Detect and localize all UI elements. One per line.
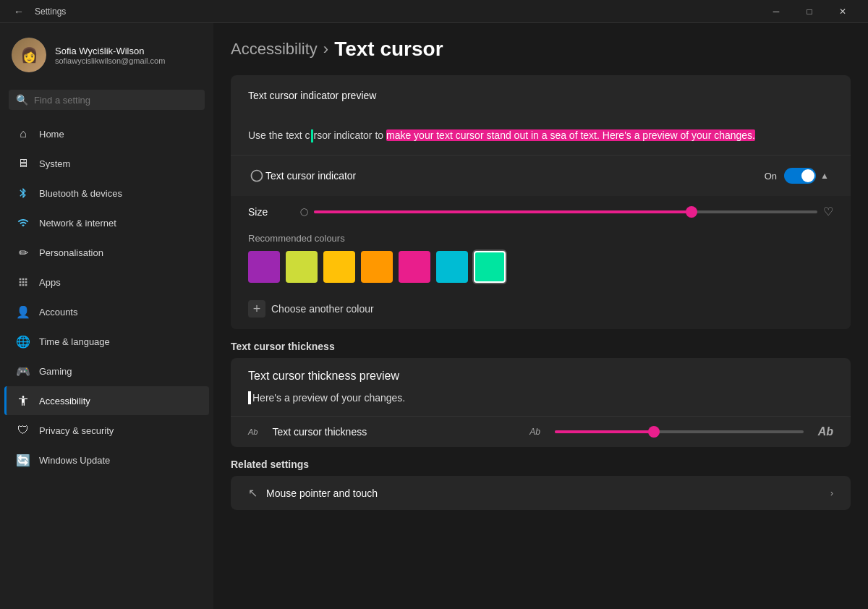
search-input[interactable]: [34, 95, 197, 106]
size-slider-fill: [314, 210, 692, 213]
sidebar-item-personalisation[interactable]: ✏ Personalisation: [4, 238, 209, 267]
accounts-icon: 👤: [16, 304, 30, 319]
slider-wrapper: ◯ ♡: [300, 205, 833, 218]
thickness-track-label-sm: Ab: [529, 427, 540, 437]
personalisation-icon: ✏: [16, 245, 30, 260]
breadcrumb-separator: ›: [323, 40, 328, 59]
related-item-mouse[interactable]: ↖ Mouse pointer and touch ›: [231, 476, 851, 510]
back-button[interactable]: ←: [9, 1, 29, 22]
app-container: 👩 Sofia Wyciślik-Wilson sofiawycislikwil…: [0, 23, 868, 609]
thickness-slider-row: Ab Text cursor thickness Ab Ab: [231, 416, 851, 447]
thickness-small-icon: Ab: [248, 427, 258, 436]
breadcrumb-parent: Accessibility: [231, 40, 318, 59]
toggle-container: On: [765, 168, 816, 184]
sidebar: 👩 Sofia Wyciślik-Wilson sofiawycislikwil…: [0, 23, 213, 609]
preview-text-highlighted: make your text cursor stand out in a sea…: [386, 129, 755, 141]
color-swatch-yellow[interactable]: [323, 251, 355, 283]
sidebar-item-label-accounts: Accounts: [39, 307, 77, 318]
thickness-preview-title: Text cursor thickness preview: [248, 370, 833, 383]
indicator-preview-card: Text cursor indicator preview Use the te…: [231, 75, 851, 329]
choose-color-plus-icon: +: [248, 300, 265, 318]
sidebar-item-label-privacy: Privacy & security: [39, 425, 114, 436]
sidebar-item-system[interactable]: 🖥 System: [4, 149, 209, 178]
thick-cursor: [248, 391, 251, 404]
thickness-preview-text-content: Here's a preview of your changes.: [252, 392, 405, 404]
bluetooth-icon: [16, 186, 30, 200]
related-item-label-mouse: Mouse pointer and touch: [266, 487, 830, 499]
card-section-title: Text cursor indicator preview: [231, 75, 851, 116]
nav-list: ⌂ Home 🖥 System Bluetooth & devices Netw…: [0, 119, 213, 475]
avatar: 👩: [12, 38, 46, 72]
user-info: Sofia Wyciślik-Wilson sofiawycislikwilso…: [55, 46, 165, 65]
time-icon: 🌐: [16, 334, 30, 349]
choose-color-label: Choose another colour: [271, 303, 374, 315]
sidebar-item-time[interactable]: 🌐 Time & language: [4, 327, 209, 356]
sidebar-item-gaming[interactable]: 🎮 Gaming: [4, 357, 209, 386]
preview-cursor: [311, 129, 313, 142]
gaming-icon: 🎮: [16, 364, 30, 378]
sidebar-item-label-time: Time & language: [39, 336, 110, 347]
privacy-icon: 🛡: [16, 423, 30, 438]
thickness-preview-text: Here's a preview of your changes.: [248, 391, 833, 404]
maximize-button[interactable]: □: [793, 0, 826, 23]
sidebar-item-label-system: System: [39, 158, 70, 169]
search-box[interactable]: 🔍: [9, 90, 205, 110]
color-swatch-lime[interactable]: [286, 251, 318, 283]
user-profile: 👩 Sofia Wyciślik-Wilson sofiawycislikwil…: [0, 29, 213, 81]
accessibility-icon: [16, 393, 30, 408]
sidebar-item-label-accessibility: Accessibility: [39, 396, 90, 406]
sidebar-item-accessibility[interactable]: Accessibility: [4, 386, 209, 415]
collapse-button[interactable]: ▲: [816, 167, 833, 184]
sidebar-item-label-bluetooth: Bluetooth & devices: [39, 188, 122, 199]
slider-small-icon: ◯: [300, 208, 308, 216]
related-settings-title: Related settings: [231, 459, 851, 470]
preview-text-mid: rsor indicator to: [314, 129, 386, 141]
breadcrumb: Accessibility › Text cursor: [231, 38, 851, 61]
sidebar-item-privacy[interactable]: 🛡 Privacy & security: [4, 416, 209, 445]
choose-color-row[interactable]: + Choose another colour: [231, 294, 851, 329]
mouse-icon: ↖: [248, 486, 258, 500]
thickness-card: Text cursor thickness preview Here's a p…: [231, 358, 851, 447]
size-label: Size: [248, 206, 292, 218]
titlebar-controls: ─ □ ✕: [760, 0, 859, 23]
thickness-slider-track[interactable]: [555, 430, 804, 433]
thickness-track-label-lg: Ab: [818, 425, 833, 438]
toggle-thumb: [801, 169, 814, 182]
color-swatch-orange[interactable]: [361, 251, 393, 283]
sidebar-item-apps[interactable]: Apps: [4, 268, 209, 297]
size-slider-thumb[interactable]: [686, 206, 697, 218]
sidebar-item-accounts[interactable]: 👤 Accounts: [4, 297, 209, 326]
color-swatch-purple[interactable]: [248, 251, 280, 283]
sidebar-item-bluetooth[interactable]: Bluetooth & devices: [4, 179, 209, 208]
close-button[interactable]: ✕: [826, 0, 859, 23]
breadcrumb-current: Text cursor: [334, 38, 443, 61]
color-swatch-cyan[interactable]: [436, 251, 468, 283]
sidebar-item-label-personalisation: Personalisation: [39, 247, 103, 258]
preview-text: Use the text crsor indicator to make you…: [248, 127, 833, 143]
preview-text-container: Use the text crsor indicator to make you…: [231, 116, 851, 155]
update-icon: 🔄: [16, 453, 30, 467]
slider-large-icon: ♡: [823, 205, 833, 218]
colors-label: Recommended colours: [248, 233, 833, 244]
thickness-slider-thumb[interactable]: [648, 426, 660, 438]
thickness-slider-fill: [555, 430, 655, 433]
indicator-label: Text cursor indicator: [265, 170, 765, 182]
indicator-toggle[interactable]: [784, 168, 816, 184]
apps-icon: [16, 275, 30, 289]
avatar-image: 👩: [12, 38, 46, 72]
home-icon: ⌂: [16, 127, 30, 141]
sidebar-item-network[interactable]: Network & internet: [4, 208, 209, 237]
sidebar-item-label-update: Windows Update: [39, 455, 110, 466]
titlebar-title: Settings: [35, 7, 66, 17]
color-swatch-teal[interactable]: [474, 251, 506, 283]
size-slider-track[interactable]: [314, 210, 817, 213]
color-swatch-pink[interactable]: [399, 251, 430, 283]
sidebar-item-update[interactable]: 🔄 Windows Update: [4, 446, 209, 474]
indicator-status: On: [765, 171, 777, 182]
titlebar: ← Settings ─ □ ✕: [0, 0, 868, 23]
network-icon: [16, 216, 30, 230]
sidebar-item-home[interactable]: ⌂ Home: [4, 119, 209, 148]
sidebar-item-label-apps: Apps: [39, 277, 61, 288]
user-name: Sofia Wyciślik-Wilson: [55, 46, 165, 56]
minimize-button[interactable]: ─: [760, 0, 793, 23]
